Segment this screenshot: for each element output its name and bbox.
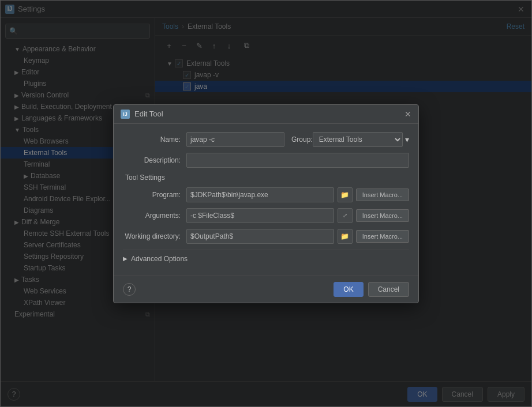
modal-overlay: IJ Edit Tool ✕ Name: Group: External Too…: [1, 1, 531, 406]
working-dir-insert-macro-button[interactable]: Insert Macro...: [356, 230, 409, 243]
modal-help-button[interactable]: ?: [123, 283, 136, 296]
name-label: Name:: [123, 135, 186, 144]
arguments-insert-macro-button[interactable]: Insert Macro...: [356, 209, 409, 222]
tool-settings-header: Tool Settings: [123, 174, 409, 182]
modal-footer: ? OK Cancel: [114, 276, 418, 303]
arguments-input[interactable]: [186, 208, 334, 223]
modal-app-icon: IJ: [121, 110, 130, 119]
group-select[interactable]: External Tools: [313, 132, 403, 147]
working-dir-row: Working directory: 📁 Insert Macro...: [123, 229, 409, 244]
name-input[interactable]: [186, 132, 284, 147]
program-row: Program: 📁 Insert Macro...: [123, 187, 409, 202]
modal-ok-button[interactable]: OK: [334, 282, 363, 297]
advanced-expand-icon: ▶: [123, 255, 128, 262]
working-dir-input-group: 📁: [186, 229, 353, 244]
program-input[interactable]: [186, 187, 334, 202]
program-insert-macro-button[interactable]: Insert Macro...: [356, 189, 409, 201]
arguments-input-group: ⤢: [186, 208, 353, 223]
program-label: Program:: [123, 191, 186, 199]
settings-window: IJ Settings ✕ 🔍 ▼ Appearance & Behavior …: [0, 0, 532, 407]
modal-title-bar: IJ Edit Tool ✕: [114, 105, 418, 124]
group-label: Group:: [291, 135, 313, 144]
description-row: Description:: [123, 153, 409, 168]
arguments-expand-button[interactable]: ⤢: [338, 208, 353, 223]
working-dir-input[interactable]: [186, 229, 334, 244]
arguments-label: Arguments:: [123, 212, 186, 220]
description-label: Description:: [123, 156, 186, 164]
modal-close-button[interactable]: ✕: [404, 110, 411, 119]
modal-body: Name: Group: External Tools ▾ Descriptio…: [114, 124, 418, 276]
working-dir-label: Working directory:: [123, 232, 186, 240]
program-browse-button[interactable]: 📁: [338, 187, 353, 202]
description-input[interactable]: [186, 153, 409, 168]
modal-title: Edit Tool: [134, 110, 163, 118]
arguments-row: Arguments: ⤢ Insert Macro...: [123, 208, 409, 223]
advanced-options-label: Advanced Options: [131, 255, 188, 263]
name-group-row: Name: Group: External Tools ▾: [123, 132, 409, 147]
group-dropdown-icon[interactable]: ▾: [405, 135, 409, 144]
working-dir-browse-button[interactable]: 📁: [338, 229, 353, 244]
advanced-options-section[interactable]: ▶ Advanced Options: [123, 250, 409, 267]
modal-cancel-button[interactable]: Cancel: [368, 282, 409, 297]
edit-tool-modal: IJ Edit Tool ✕ Name: Group: External Too…: [113, 104, 419, 303]
program-input-group: 📁: [186, 187, 353, 202]
